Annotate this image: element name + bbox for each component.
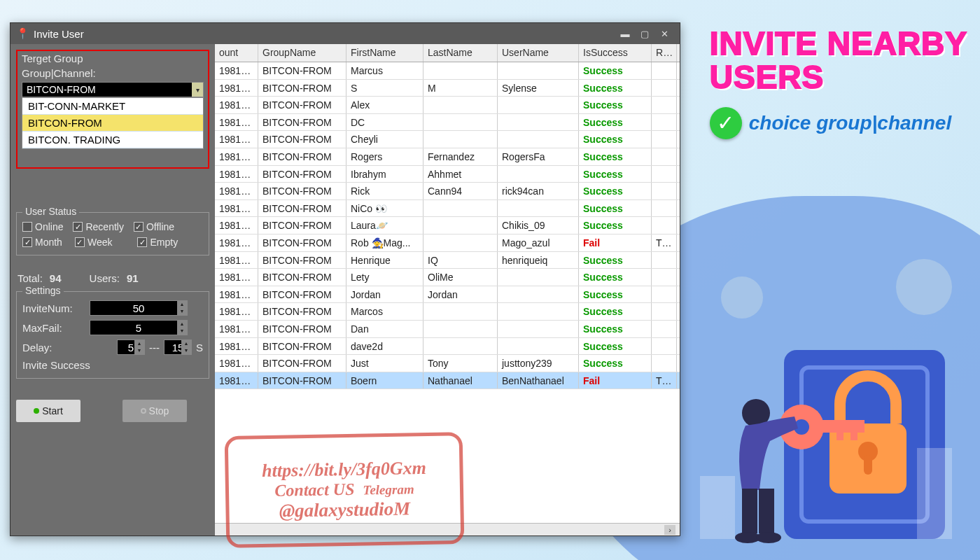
check-icon: ✓ xyxy=(710,107,742,139)
table-row[interactable]: 19819...BITCON-FROMDCSuccess xyxy=(215,114,680,132)
pin-icon: 📍 xyxy=(16,27,29,40)
table-row[interactable]: 19819...BITCON-FROMJustTonyjusttony239Su… xyxy=(215,355,680,372)
option-bitcon-from[interactable]: BITCON-FROM xyxy=(22,115,203,132)
users-value: 91 xyxy=(127,272,139,284)
table-row[interactable]: 19819...BITCON-FROMRogersFernandezRogers… xyxy=(215,148,680,166)
svg-rect-11 xyxy=(742,489,757,533)
security-illustration xyxy=(693,308,959,546)
col-reason[interactable]: Rea xyxy=(652,44,677,62)
delay-from-input[interactable]: 5▲▼ xyxy=(117,340,145,355)
start-button[interactable]: Start xyxy=(16,400,80,422)
col-count[interactable]: ount xyxy=(215,44,258,62)
invite-num-input[interactable]: 50▲▼ xyxy=(90,300,188,316)
svg-rect-9 xyxy=(836,430,844,440)
table-row[interactable]: 19819...BITCON-FROMJordanJordanSuccess xyxy=(215,286,680,304)
window-title: Invite User xyxy=(34,28,84,40)
target-group-title: Terget Group xyxy=(22,52,204,64)
chevron-down-icon[interactable]: ▾ xyxy=(192,83,203,97)
max-fail-input[interactable]: 5▲▼ xyxy=(90,320,188,335)
table-row[interactable]: 19819...BITCON-FROMAlexSuccess xyxy=(215,97,680,114)
checkbox-offline[interactable]: Offline xyxy=(134,221,174,232)
promo-subtitle: choice group|channel xyxy=(749,112,951,134)
option-bit-conn-market[interactable]: BIT-CONN-MARKET xyxy=(22,98,203,115)
col-username[interactable]: UserName xyxy=(498,44,579,62)
svg-point-14 xyxy=(756,532,781,543)
grid-header: ount GroupName FirstName LastName UserNa… xyxy=(215,44,680,62)
table-row[interactable]: 19819...BITCON-FROMdave2dSuccess xyxy=(215,338,680,356)
invite-status-label: Invite Success xyxy=(22,359,90,371)
col-lastname[interactable]: LastName xyxy=(424,44,498,62)
maximize-button[interactable]: ▢ xyxy=(635,26,654,41)
table-row[interactable]: 19819...BITCON-FROMMarcusSuccess xyxy=(215,62,680,80)
sidebar: Terget Group Group|Channel: BITCON-FROM … xyxy=(10,44,215,536)
table-row[interactable]: 19819...BITCON-FROMLaura🪐Chikis_09Succes… xyxy=(215,217,680,234)
svg-rect-4 xyxy=(864,455,872,475)
table-row[interactable]: 19819...BITCON-FROMIbrahymAhhmetSuccess xyxy=(215,166,680,183)
user-status-panel: User Status Online Recently Offline Mont… xyxy=(16,212,209,255)
col-firstname[interactable]: FirstName xyxy=(346,44,424,62)
table-row[interactable]: 19819...BITCON-FROMMarcosSuccess xyxy=(215,303,680,321)
svg-rect-12 xyxy=(759,489,774,533)
total-value: 94 xyxy=(50,272,62,284)
checkbox-empty[interactable]: Empty xyxy=(137,237,178,248)
group-channel-label: Group|Channel: xyxy=(22,67,204,79)
target-group-panel: Terget Group Group|Channel: BITCON-FROM … xyxy=(16,50,209,169)
stop-button[interactable]: Stop xyxy=(122,400,187,422)
table-row[interactable]: 19819...BITCON-FROMBoernNathanaelBenNath… xyxy=(215,372,680,390)
table-row[interactable]: 19819...BITCON-FROMNiCo 👀Success xyxy=(215,200,680,218)
table-row[interactable]: 19819...BITCON-FROMHenriqueIQhenriqueiqS… xyxy=(215,252,680,270)
checkbox-online[interactable]: Online xyxy=(22,221,63,232)
table-row[interactable]: 19819...BITCON-FROMSMSylenseSuccess xyxy=(215,80,680,97)
table-row[interactable]: 19819...BITCON-FROMLetyOliMeSuccess xyxy=(215,269,680,286)
svg-rect-8 xyxy=(850,430,858,440)
settings-panel: Settings InviteNum: 50▲▼ MaxFail: 5▲▼ De… xyxy=(16,291,209,379)
checkbox-recently[interactable]: Recently xyxy=(73,221,123,232)
titlebar[interactable]: 📍 Invite User ▬ ▢ ✕ xyxy=(10,23,680,44)
contact-stamp: https://bit.ly/3fq0Gxm Contact US Telegr… xyxy=(225,432,465,548)
table-row[interactable]: 19819...BITCON-FROMCheyliSuccess xyxy=(215,131,680,148)
promo-title-2: USERS xyxy=(710,60,967,94)
checkbox-month[interactable]: Month xyxy=(22,237,62,248)
table-row[interactable]: 19819...BITCON-FROMRob 🧙Mag...Mago_azulF… xyxy=(215,234,680,252)
stats-row: Total:94 Users:91 xyxy=(18,272,208,284)
table-row[interactable]: 19819...BITCON-FROMRickCann94rick94canSu… xyxy=(215,183,680,200)
group-channel-dropdown: BIT-CONN-MARKET BITCON-FROM BITCON. TRAD… xyxy=(22,97,204,149)
svg-rect-16 xyxy=(917,448,952,539)
settings-title: Settings xyxy=(22,285,64,296)
col-groupname[interactable]: GroupName xyxy=(258,44,346,62)
delay-to-input[interactable]: 15▲▼ xyxy=(164,340,192,355)
minimize-button[interactable]: ▬ xyxy=(615,26,635,41)
close-button[interactable]: ✕ xyxy=(654,26,674,41)
user-status-title: User Status xyxy=(22,206,79,217)
svg-rect-15 xyxy=(700,476,735,539)
promo-panel: INVITE NEARBY USERS ✓ choice group|chann… xyxy=(710,27,967,139)
promo-title-1: INVITE NEARBY xyxy=(710,27,967,60)
checkbox-week[interactable]: Week xyxy=(75,237,113,248)
table-row[interactable]: 19819...BITCON-FROMDanSuccess xyxy=(215,321,680,338)
group-channel-select[interactable]: BITCON-FROM ▾ xyxy=(22,82,204,97)
col-issuccess[interactable]: IsSuccess xyxy=(579,44,652,62)
option-bitcon-trading[interactable]: BITCON. TRADING xyxy=(22,132,203,148)
